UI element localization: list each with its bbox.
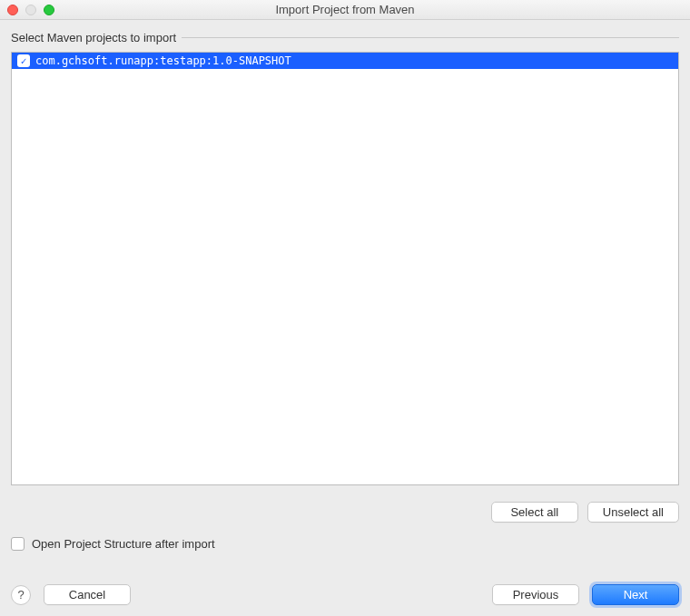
dialog-content: Select Maven projects to import com.gchs… — [0, 20, 690, 616]
close-icon[interactable] — [7, 5, 18, 15]
previous-button[interactable]: Previous — [492, 584, 579, 605]
help-button[interactable]: ? — [11, 585, 31, 605]
window-controls — [7, 5, 54, 15]
project-checkbox[interactable] — [17, 54, 30, 67]
titlebar: Import Project from Maven — [0, 0, 690, 20]
selection-controls: Select all Unselect all — [11, 502, 679, 523]
select-all-button[interactable]: Select all — [491, 502, 578, 523]
list-item[interactable]: com.gchsoft.runapp:testapp:1.0-SNAPSHOT — [12, 53, 678, 69]
cancel-button[interactable]: Cancel — [44, 584, 131, 605]
open-structure-label: Open Project Structure after import — [32, 537, 215, 551]
open-structure-checkbox[interactable] — [11, 537, 25, 551]
zoom-icon[interactable] — [44, 5, 54, 15]
section-header: Select Maven projects to import — [11, 31, 679, 44]
open-structure-option[interactable]: Open Project Structure after import — [11, 537, 679, 551]
section-divider — [182, 37, 679, 38]
window-title: Import Project from Maven — [0, 3, 690, 16]
project-label: com.gchsoft.runapp:testapp:1.0-SNAPSHOT — [35, 54, 291, 67]
next-button[interactable]: Next — [592, 584, 679, 605]
unselect-all-button[interactable]: Unselect all — [587, 502, 679, 523]
section-title: Select Maven projects to import — [11, 31, 176, 44]
minimize-icon — [25, 5, 36, 15]
project-list[interactable]: com.gchsoft.runapp:testapp:1.0-SNAPSHOT — [11, 52, 679, 485]
dialog-footer: ? Cancel Previous Next — [11, 568, 679, 605]
